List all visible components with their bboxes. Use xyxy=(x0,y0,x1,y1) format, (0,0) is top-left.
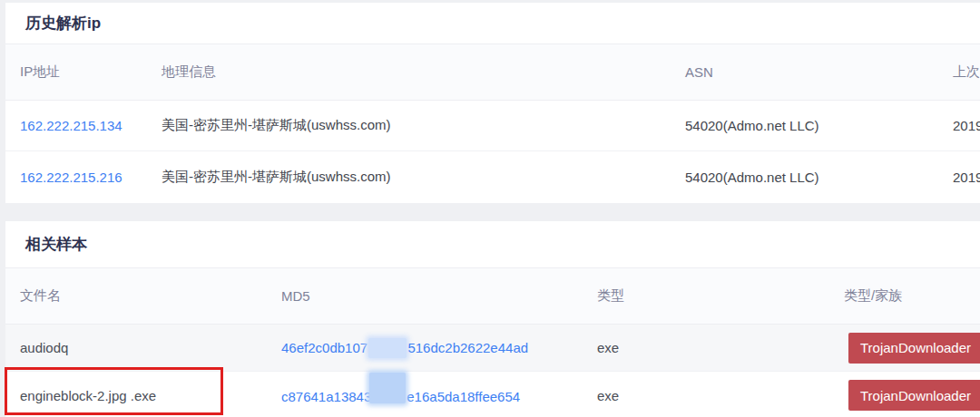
asn-text: 54020(Admo.net LLC) xyxy=(685,170,953,185)
col-header-md5: MD5 xyxy=(281,288,597,304)
md5-suffix: e16a5da18ffee654 xyxy=(407,389,520,404)
ip-table-header: IP地址 地理信息 ASN 上次 xyxy=(5,44,980,101)
redaction-blur xyxy=(368,338,407,358)
md5-prefix: 46ef2c0db107l xyxy=(281,340,370,355)
section-title-ip-history: 历史解析ip xyxy=(5,3,980,44)
family-badge[interactable]: TrojanDownloader xyxy=(848,380,980,411)
table-row: engineblock-2.jpg .exe c87641a13843e16a5… xyxy=(5,372,980,417)
related-samples-section: 相关样本 文件名 MD5 类型 类型/家族 audiodq 46ef2c0db1… xyxy=(5,221,980,417)
md5-link[interactable]: c87641a13843e16a5da18ffee654 xyxy=(281,389,520,404)
col-header-asn: ASN xyxy=(685,64,953,80)
ip-link[interactable]: 162.222.215.134 xyxy=(20,118,122,133)
col-header-ip-address: IP地址 xyxy=(20,63,162,81)
md5-link[interactable]: 46ef2c0db107l516dc2b2622e44ad xyxy=(281,340,528,355)
md5-suffix: 516dc2b2622e44ad xyxy=(407,340,528,355)
table-row: 162.222.215.216 美国-密苏里州-堪萨斯城(uswhss.com)… xyxy=(5,151,980,202)
table-row: 162.222.215.134 美国-密苏里州-堪萨斯城(uswhss.com)… xyxy=(5,101,980,151)
asn-text: 54020(Admo.net LLC) xyxy=(685,118,953,133)
col-header-geo-info: 地理信息 xyxy=(162,63,685,81)
filename-text: engineblock-2.jpg .exe xyxy=(20,388,281,403)
samples-table-header: 文件名 MD5 类型 类型/家族 xyxy=(5,268,980,325)
geo-info-text: 美国-密苏里州-堪萨斯城(uswhss.com) xyxy=(162,117,685,134)
col-header-type-family: 类型/家族 xyxy=(844,287,980,305)
col-header-last-resolved: 上次 xyxy=(953,63,980,81)
md5-prefix: c87641a13843 xyxy=(281,389,371,404)
table-row: audiodq 46ef2c0db107l516dc2b2622e44ad ex… xyxy=(5,325,980,372)
section-title-related-samples: 相关样本 xyxy=(5,221,980,268)
last-resolved-text: 2019 xyxy=(953,118,980,133)
redaction-blur xyxy=(369,373,406,403)
family-badge[interactable]: TrojanDownloader xyxy=(848,333,980,364)
last-resolved-text: 2019 xyxy=(953,170,980,185)
col-header-filename: 文件名 xyxy=(20,287,281,305)
page: { "colors": { "page_background": "#eff0f… xyxy=(0,0,980,417)
col-header-type: 类型 xyxy=(597,287,844,305)
ip-link[interactable]: 162.222.215.216 xyxy=(20,170,122,185)
ip-history-section: 历史解析ip IP地址 地理信息 ASN 上次 162.222.215.134 … xyxy=(5,3,980,203)
filename-text: audiodq xyxy=(20,340,281,355)
file-type-text: exe xyxy=(597,388,844,403)
geo-info-text: 美国-密苏里州-堪萨斯城(uswhss.com) xyxy=(162,169,685,186)
file-type-text: exe xyxy=(597,340,844,355)
